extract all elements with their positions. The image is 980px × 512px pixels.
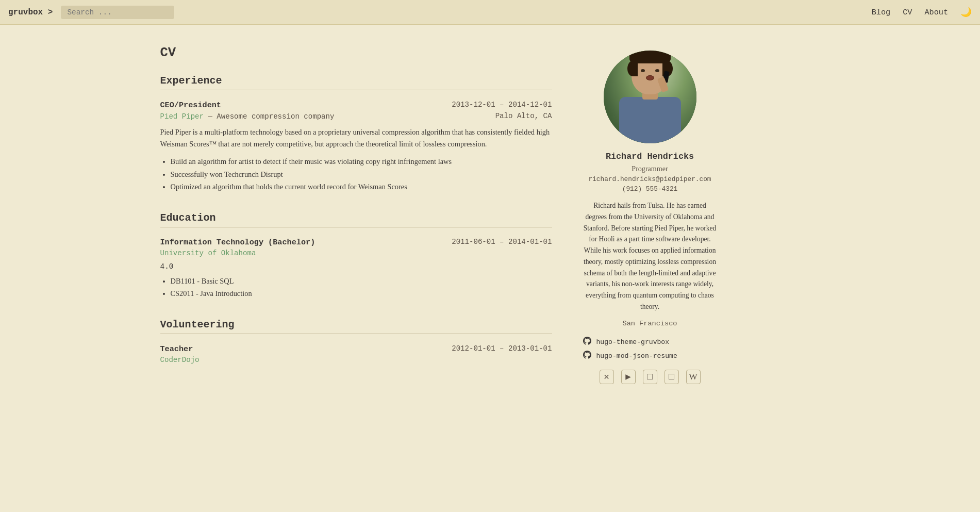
social-icon-box1[interactable]: □ (643, 370, 657, 384)
entry-org[interactable]: CoderDojo (160, 356, 200, 364)
entry-bullets: Build an algorithm for artist to detect … (171, 155, 552, 193)
entry-location: Palo Alto, CA (495, 112, 552, 121)
entry-title: Teacher (160, 344, 193, 354)
repo-link-text-1[interactable]: hugo-mod-json-resume (596, 352, 677, 360)
social-icons-bar: ✕ ▶ □ □ W (600, 370, 701, 384)
volunteering-section-title: Volunteering (160, 319, 552, 334)
repo-link-1[interactable]: hugo-mod-json-resume (583, 351, 717, 361)
nav-link-cv[interactable]: CV (903, 8, 912, 17)
social-icon-w[interactable]: W (686, 370, 701, 384)
bullet-item: Successfully won Techcrunch Disrupt (171, 168, 552, 180)
nav-links: Blog CV About 🌙 (872, 7, 972, 18)
repo-link-text-0[interactable]: hugo-theme-gruvbox (596, 338, 670, 346)
entry-header: CEO/President 2013-12-01 – 2014-12-01 (160, 101, 552, 110)
entry-description: Pied Piper is a multi-platform technolog… (160, 126, 552, 150)
profile-sidebar: Richard Hendricks Programmer richard.hen… (583, 45, 717, 384)
avatar (604, 51, 696, 143)
volunteering-entry-0: Teacher 2012-01-01 – 2013-01-01 CoderDoj… (160, 344, 552, 364)
bullet-item: Optimized an algorithm that holds the cu… (171, 180, 552, 193)
social-icon-box2[interactable]: □ (665, 370, 679, 384)
entry-dates: 2013-12-01 – 2014-12-01 (452, 101, 552, 109)
education-section-title: Education (160, 212, 552, 227)
avatar-placeholder (604, 51, 696, 143)
profile-name: Richard Hendricks (606, 152, 694, 161)
social-icon-play[interactable]: ▶ (621, 370, 636, 384)
entry-title: Information Technology (Bachelor) (160, 238, 315, 247)
education-courses: DB1101 - Basic SQL CS2011 - Java Introdu… (171, 275, 552, 300)
education-entry-0: Information Technology (Bachelor) 2011-0… (160, 238, 552, 300)
entry-dates: 2012-01-01 – 2013-01-01 (452, 344, 552, 353)
volunteering-section: Volunteering Teacher 2012-01-01 – 2013-0… (160, 319, 552, 364)
entry-org-line: Pied Piper — Awesome compression company (160, 112, 335, 121)
course-item: DB1101 - Basic SQL (171, 275, 552, 287)
experience-section: Experience CEO/President 2013-12-01 – 20… (160, 75, 552, 193)
github-icon-0 (583, 337, 591, 348)
social-icon-x[interactable]: ✕ (600, 370, 614, 384)
nav-link-blog[interactable]: Blog (872, 8, 890, 17)
repo-link-0[interactable]: hugo-theme-gruvbox (583, 337, 717, 348)
profile-repo-links: hugo-theme-gruvbox hugo-mod-json-resume (583, 337, 717, 361)
entry-sub: University of Oklahoma (160, 249, 552, 257)
course-item: CS2011 - Java Introduction (171, 287, 552, 300)
profile-bio: Richard hails from Tulsa. He has earned … (583, 200, 717, 312)
nav-link-about[interactable]: About (924, 8, 948, 17)
bullet-item: Build an algorithm for artist to detect … (171, 155, 552, 168)
cv-title: CV (160, 45, 552, 60)
entry-dates: 2011-06-01 – 2014-01-01 (452, 238, 552, 246)
experience-section-title: Experience (160, 75, 552, 90)
profile-location: San Francisco (622, 320, 677, 327)
theme-toggle-icon[interactable]: 🌙 (960, 7, 972, 18)
entry-org-suffix: — Awesome compression company (204, 112, 334, 121)
entry-title: CEO/President (160, 101, 221, 110)
profile-phone: (912) 555-4321 (622, 185, 678, 193)
profile-email: richard.hendricks@piedpiper.com (588, 175, 711, 183)
nav-logo[interactable]: gruvbox > (8, 8, 53, 17)
page-container: CV Experience CEO/President 2013-12-01 –… (129, 25, 851, 405)
experience-entry-0: CEO/President 2013-12-01 – 2014-12-01 Pi… (160, 101, 552, 193)
github-icon-1 (583, 351, 591, 361)
education-section: Education Information Technology (Bachel… (160, 212, 552, 300)
navbar: gruvbox > Blog CV About 🌙 (0, 0, 980, 25)
entry-org[interactable]: Pied Piper (160, 112, 204, 121)
entry-gpa: 4.0 (160, 262, 552, 271)
entry-sub: Pied Piper — Awesome compression company… (160, 112, 552, 121)
entry-sub: CoderDojo (160, 356, 552, 364)
entry-header: Teacher 2012-01-01 – 2013-01-01 (160, 344, 552, 354)
entry-header: Information Technology (Bachelor) 2011-0… (160, 238, 552, 247)
search-input[interactable] (61, 6, 174, 19)
entry-org[interactable]: University of Oklahoma (160, 249, 256, 257)
cv-main: CV Experience CEO/President 2013-12-01 –… (160, 45, 552, 384)
profile-role: Programmer (632, 164, 668, 173)
